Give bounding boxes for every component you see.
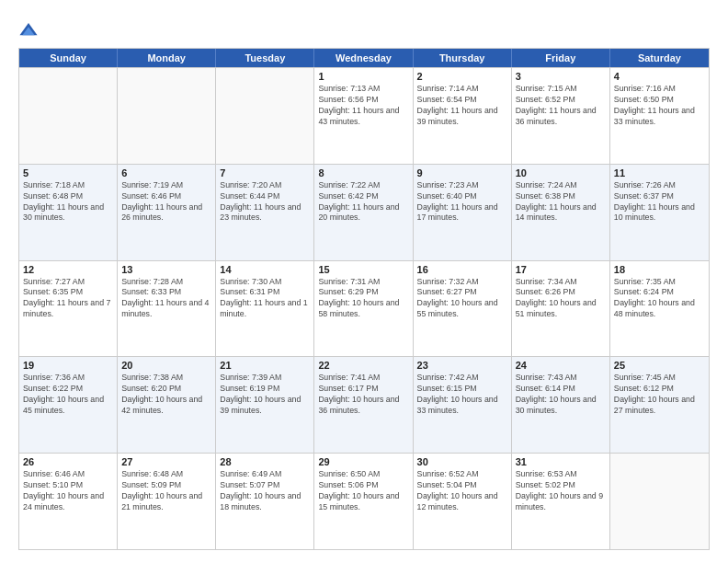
calendar: SundayMondayTuesdayWednesdayThursdayFrid… [18,48,710,550]
calendar-cell: 24Sunrise: 7:43 AM Sunset: 6:14 PM Dayli… [512,357,610,453]
calendar-row: 5Sunrise: 7:18 AM Sunset: 6:48 PM Daylig… [19,164,709,260]
cell-day-number: 1 [318,71,408,82]
calendar-cell: 14Sunrise: 7:30 AM Sunset: 6:31 PM Dayli… [216,261,314,357]
cell-day-number: 6 [121,167,211,178]
cell-day-number: 17 [516,264,606,275]
calendar-cell [610,454,709,549]
logo-icon [18,20,39,40]
weekday-header: Saturday [610,49,709,67]
cell-day-number: 13 [121,264,211,275]
calendar-cell: 3Sunrise: 7:15 AM Sunset: 6:52 PM Daylig… [512,68,610,164]
cell-info: Sunrise: 7:27 AM Sunset: 6:35 PM Dayligh… [23,277,113,321]
calendar-cell: 13Sunrise: 7:28 AM Sunset: 6:33 PM Dayli… [118,261,216,357]
weekday-header: Thursday [414,49,512,67]
cell-info: Sunrise: 7:31 AM Sunset: 6:29 PM Dayligh… [318,277,408,321]
cell-info: Sunrise: 7:35 AM Sunset: 6:24 PM Dayligh… [614,277,705,321]
cell-day-number: 9 [417,167,507,178]
cell-info: Sunrise: 7:38 AM Sunset: 6:20 PM Dayligh… [121,373,211,417]
calendar-row: 26Sunrise: 6:46 AM Sunset: 5:10 PM Dayli… [19,453,709,549]
calendar-cell: 7Sunrise: 7:20 AM Sunset: 6:44 PM Daylig… [216,165,314,260]
cell-info: Sunrise: 7:36 AM Sunset: 6:22 PM Dayligh… [23,373,113,417]
cell-day-number: 20 [121,360,211,371]
cell-info: Sunrise: 7:28 AM Sunset: 6:33 PM Dayligh… [121,277,211,321]
calendar-cell: 11Sunrise: 7:26 AM Sunset: 6:37 PM Dayli… [610,165,709,260]
calendar-cell: 1Sunrise: 7:13 AM Sunset: 6:56 PM Daylig… [314,68,413,164]
cell-day-number: 22 [318,360,408,371]
calendar-cell [118,68,216,164]
cell-info: Sunrise: 7:18 AM Sunset: 6:48 PM Dayligh… [23,180,113,224]
calendar-cell: 31Sunrise: 6:53 AM Sunset: 5:02 PM Dayli… [512,454,610,549]
cell-info: Sunrise: 7:20 AM Sunset: 6:44 PM Dayligh… [220,180,310,224]
calendar-row: 19Sunrise: 7:36 AM Sunset: 6:22 PM Dayli… [19,356,709,453]
cell-day-number: 18 [614,264,705,275]
cell-info: Sunrise: 7:45 AM Sunset: 6:12 PM Dayligh… [614,373,705,417]
weekday-header: Tuesday [216,49,314,67]
cell-day-number: 24 [516,360,606,371]
weekday-header: Friday [512,49,610,67]
calendar-cell: 17Sunrise: 7:34 AM Sunset: 6:26 PM Dayli… [512,261,610,357]
cell-day-number: 16 [417,264,507,275]
cell-day-number: 15 [318,264,408,275]
calendar-cell: 15Sunrise: 7:31 AM Sunset: 6:29 PM Dayli… [314,261,413,357]
cell-info: Sunrise: 7:19 AM Sunset: 6:46 PM Dayligh… [121,180,211,224]
cell-info: Sunrise: 7:34 AM Sunset: 6:26 PM Dayligh… [516,277,606,321]
calendar-cell: 6Sunrise: 7:19 AM Sunset: 6:46 PM Daylig… [118,165,216,260]
calendar-cell: 8Sunrise: 7:22 AM Sunset: 6:42 PM Daylig… [314,165,413,260]
cell-info: Sunrise: 7:30 AM Sunset: 6:31 PM Dayligh… [220,277,310,321]
cell-info: Sunrise: 7:24 AM Sunset: 6:38 PM Dayligh… [516,180,606,224]
header [18,17,710,40]
calendar-cell: 21Sunrise: 7:39 AM Sunset: 6:19 PM Dayli… [216,357,314,453]
calendar-cell: 16Sunrise: 7:32 AM Sunset: 6:27 PM Dayli… [414,261,512,357]
calendar-cell: 9Sunrise: 7:23 AM Sunset: 6:40 PM Daylig… [414,165,512,260]
cell-day-number: 8 [318,167,408,178]
calendar-cell: 22Sunrise: 7:41 AM Sunset: 6:17 PM Dayli… [314,357,413,453]
weekday-header: Wednesday [314,49,413,67]
calendar-cell: 5Sunrise: 7:18 AM Sunset: 6:48 PM Daylig… [19,165,118,260]
cell-day-number: 31 [516,456,606,467]
cell-day-number: 2 [417,71,507,82]
cell-day-number: 4 [614,71,705,82]
calendar-page: SundayMondayTuesdayWednesdayThursdayFrid… [0,0,728,563]
cell-info: Sunrise: 7:39 AM Sunset: 6:19 PM Dayligh… [220,373,310,417]
cell-day-number: 23 [417,360,507,371]
calendar-cell: 23Sunrise: 7:42 AM Sunset: 6:15 PM Dayli… [414,357,512,453]
cell-info: Sunrise: 7:42 AM Sunset: 6:15 PM Dayligh… [417,373,507,417]
cell-day-number: 3 [516,71,606,82]
cell-info: Sunrise: 7:16 AM Sunset: 6:50 PM Dayligh… [614,84,705,128]
cell-info: Sunrise: 6:52 AM Sunset: 5:04 PM Dayligh… [417,469,507,513]
calendar-header: SundayMondayTuesdayWednesdayThursdayFrid… [19,49,709,67]
cell-info: Sunrise: 6:53 AM Sunset: 5:02 PM Dayligh… [516,469,606,513]
cell-info: Sunrise: 7:14 AM Sunset: 6:54 PM Dayligh… [417,84,507,128]
calendar-cell: 20Sunrise: 7:38 AM Sunset: 6:20 PM Dayli… [118,357,216,453]
cell-info: Sunrise: 6:46 AM Sunset: 5:10 PM Dayligh… [23,469,113,513]
cell-day-number: 30 [417,456,507,467]
cell-info: Sunrise: 6:48 AM Sunset: 5:09 PM Dayligh… [121,469,211,513]
cell-day-number: 21 [220,360,310,371]
cell-info: Sunrise: 7:22 AM Sunset: 6:42 PM Dayligh… [318,180,408,224]
calendar-cell [216,68,314,164]
weekday-header: Sunday [19,49,118,67]
cell-info: Sunrise: 7:23 AM Sunset: 6:40 PM Dayligh… [417,180,507,224]
calendar-cell: 28Sunrise: 6:49 AM Sunset: 5:07 PM Dayli… [216,454,314,549]
calendar-cell: 27Sunrise: 6:48 AM Sunset: 5:09 PM Dayli… [118,454,216,549]
calendar-row: 12Sunrise: 7:27 AM Sunset: 6:35 PM Dayli… [19,260,709,357]
calendar-cell: 26Sunrise: 6:46 AM Sunset: 5:10 PM Dayli… [19,454,118,549]
calendar-row: 1Sunrise: 7:13 AM Sunset: 6:56 PM Daylig… [19,67,709,164]
cell-day-number: 14 [220,264,310,275]
cell-day-number: 26 [23,456,113,467]
calendar-cell [19,68,118,164]
cell-info: Sunrise: 7:43 AM Sunset: 6:14 PM Dayligh… [516,373,606,417]
calendar-cell: 4Sunrise: 7:16 AM Sunset: 6:50 PM Daylig… [610,68,709,164]
cell-info: Sunrise: 7:26 AM Sunset: 6:37 PM Dayligh… [614,180,705,224]
cell-day-number: 12 [23,264,113,275]
cell-day-number: 29 [318,456,408,467]
calendar-body: 1Sunrise: 7:13 AM Sunset: 6:56 PM Daylig… [19,67,709,549]
cell-day-number: 27 [121,456,211,467]
calendar-cell: 10Sunrise: 7:24 AM Sunset: 6:38 PM Dayli… [512,165,610,260]
weekday-header: Monday [118,49,216,67]
calendar-cell: 18Sunrise: 7:35 AM Sunset: 6:24 PM Dayli… [610,261,709,357]
cell-day-number: 19 [23,360,113,371]
logo [18,20,40,40]
calendar-cell: 30Sunrise: 6:52 AM Sunset: 5:04 PM Dayli… [414,454,512,549]
cell-info: Sunrise: 7:32 AM Sunset: 6:27 PM Dayligh… [417,277,507,321]
